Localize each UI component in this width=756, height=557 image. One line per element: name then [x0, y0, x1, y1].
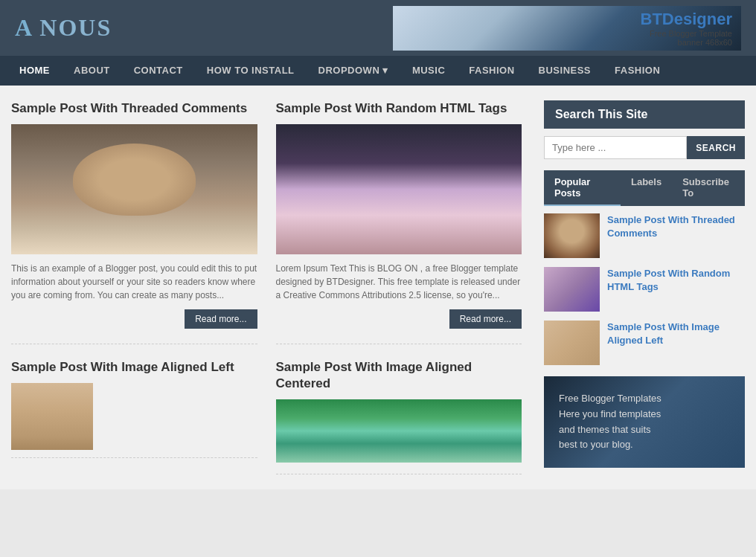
post-thumbnail — [276, 399, 522, 463]
popular-post-title[interactable]: Sample Post With Random HTML Tags — [607, 267, 745, 294]
post-thumbnail — [276, 124, 522, 254]
nav-business[interactable]: BUSINESS — [527, 56, 603, 86]
post-item: Sample Post With Image Aligned Centered — [276, 359, 522, 474]
post-divider — [11, 344, 257, 344]
main-content: Sample Post With Threaded Comments This … — [0, 86, 533, 489]
post-title: Sample Post With Image Aligned Centered — [276, 359, 522, 392]
logo-text: A NOUS — [15, 14, 112, 41]
banner-line2: Here you find templates — [559, 407, 730, 422]
banner-line3: and themes that suits — [559, 422, 730, 438]
nav-about[interactable]: ABOUT — [62, 56, 122, 86]
nav-fashion[interactable]: FASHION — [457, 56, 526, 86]
popular-post-thumbnail — [544, 267, 600, 312]
search-button[interactable]: SEARCH — [687, 136, 745, 159]
post-excerpt: Lorem Ipsum Text This is BLOG ON , a fre… — [276, 262, 522, 302]
banner-ad[interactable]: BTDesigner Free Blogger Template banner … — [393, 6, 741, 51]
site-logo[interactable]: A NOUS — [15, 14, 112, 42]
site-header: A NOUS BTDesigner Free Blogger Template … — [0, 0, 756, 56]
post-title: Sample Post With Random HTML Tags — [276, 100, 522, 117]
post-thumbnail — [11, 383, 93, 450]
popular-post-thumbnail — [544, 213, 600, 258]
nav-contact[interactable]: CONTACT — [122, 56, 195, 86]
tab-popular-posts[interactable]: Popular Posts — [544, 170, 621, 206]
banner-ad-text: BTDesigner Free Blogger Template banner … — [641, 10, 732, 47]
sidebar-tabs: Popular Posts Labels Subscribe To — [544, 170, 745, 206]
nav-home[interactable]: HOME — [7, 56, 62, 86]
post-item: Sample Post With Image Aligned Left — [11, 359, 257, 474]
content-wrapper: Sample Post With Threaded Comments This … — [0, 86, 756, 489]
tab-subscribe[interactable]: Subscribe To — [672, 170, 745, 206]
search-input[interactable] — [544, 136, 687, 159]
post-title: Sample Post With Image Aligned Left — [11, 359, 257, 376]
post-item: Sample Post With Threaded Comments This … — [11, 100, 257, 344]
post-title: Sample Post With Threaded Comments — [11, 100, 257, 117]
main-nav: HOME ABOUT CONTACT HOW TO INSTALL DROPDO… — [0, 56, 756, 86]
banner-line4: best to your blog. — [559, 437, 730, 453]
post-divider — [11, 457, 257, 458]
post-item: Sample Post With Random HTML Tags Lorem … — [276, 100, 522, 344]
post-excerpt: This is an example of a Blogger post, yo… — [11, 262, 257, 302]
popular-post-item: Sample Post With Image Aligned Left — [544, 321, 745, 365]
post-divider — [276, 474, 522, 474]
tab-labels[interactable]: Labels — [621, 170, 672, 206]
nav-music[interactable]: MUSIC — [400, 56, 457, 86]
popular-post-thumbnail — [544, 321, 600, 365]
search-box: SEARCH — [544, 136, 745, 159]
nav-dropdown[interactable]: DROPDOWN ▾ — [307, 56, 400, 86]
banner-line1: Free Blogger Templates — [559, 391, 730, 407]
read-more-button[interactable]: Read more... — [185, 309, 257, 329]
post-divider — [276, 344, 522, 344]
nav-how-to-install[interactable]: HOW TO INSTALL — [195, 56, 307, 86]
popular-post-item: Sample Post With Random HTML Tags — [544, 267, 745, 312]
read-more-button[interactable]: Read more... — [449, 309, 522, 329]
popular-post-title[interactable]: Sample Post With Image Aligned Left — [607, 321, 745, 347]
search-widget-title: Search This Site — [544, 100, 745, 129]
sidebar-bottom-banner: Free Blogger Templates Here you find tem… — [544, 376, 745, 468]
post-grid: Sample Post With Threaded Comments This … — [11, 100, 522, 474]
nav-fashion2[interactable]: FASHION — [603, 56, 672, 86]
popular-post-title[interactable]: Sample Post With Threaded Comments — [607, 213, 745, 240]
post-thumbnail — [11, 124, 257, 254]
popular-post-item: Sample Post With Threaded Comments — [544, 213, 745, 258]
sidebar: Search This Site SEARCH Popular Posts La… — [533, 86, 756, 489]
